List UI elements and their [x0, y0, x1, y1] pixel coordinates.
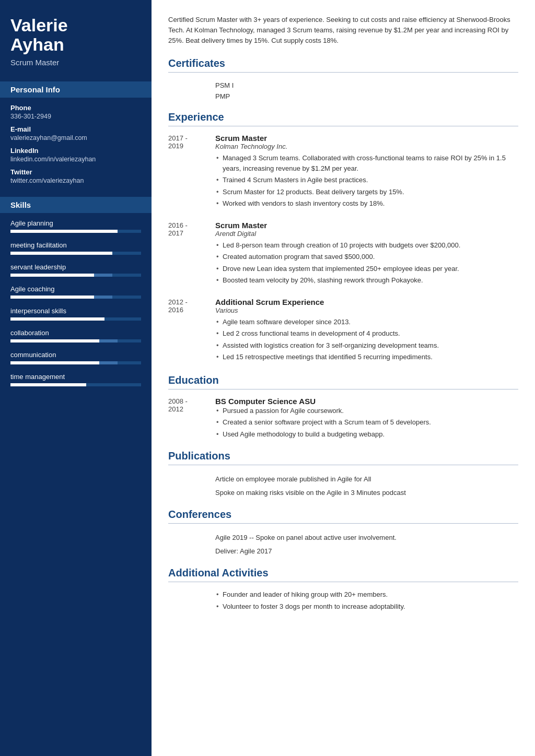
edu-bullet: Created a senior software project with a… [215, 417, 518, 428]
exp-bullet: Drove new Lean idea system that implemen… [215, 264, 518, 274]
skill-item: meeting facilitation [10, 241, 141, 255]
publications-section-title: Publications [168, 450, 518, 465]
exp-company: Various [215, 306, 518, 314]
exp-company: Arendt Digital [215, 230, 518, 238]
edu-date: 2008 - 2012 [168, 397, 215, 441]
twitter-value: twitter.com/valeriezayhan [10, 177, 141, 184]
main-content: Certified Scrum Master with 3+ years of … [152, 0, 535, 756]
exp-bullet: Worked with vendors to slash inventory c… [215, 198, 518, 209]
email-value: valeriezayhan@gmail.com [10, 134, 141, 141]
skill-name: interpersonal skills [10, 307, 141, 315]
exp-bullet: Trained 4 Scrum Masters in Agile best pr… [215, 175, 518, 185]
skill-item: Agile coaching [10, 285, 141, 299]
experience-entry: 2017 - 2019Scrum MasterKolman Technology… [168, 134, 518, 210]
skill-name: Agile planning [10, 219, 141, 227]
skill-item: interpersonal skills [10, 307, 141, 321]
edu-content: BS Computer Science ASUPursued a passion… [215, 397, 518, 441]
skill-item: communication [10, 351, 141, 364]
certificate-item: PMP [168, 91, 518, 102]
skill-name: servant leadership [10, 263, 141, 271]
candidate-name: ValerieAyhan [10, 16, 141, 55]
exp-bullet: Agile team software developer since 2013… [215, 317, 518, 327]
skill-bar [10, 361, 141, 364]
activities-list: Founder and leader of hiking group with … [215, 589, 518, 611]
exp-bullet: Boosted team velocity by 20%, slashing r… [215, 275, 518, 286]
exp-bullet: Assisted with logistics creation for 3 s… [215, 340, 518, 351]
edu-bullet: Used Agile methodology to build a budget… [215, 429, 518, 440]
skill-bar [10, 296, 141, 299]
exp-content: Scrum MasterArendt DigitalLed 8-person t… [215, 221, 518, 287]
skill-bar-fill [10, 339, 99, 342]
exp-title: Additional Scrum Experience [215, 298, 518, 306]
linkedin-value: linkedin.com/in/valeriezayhan [10, 156, 141, 163]
skill-bar [10, 274, 141, 277]
skills-header: Skills [0, 197, 152, 213]
skill-bar-fill [10, 296, 94, 299]
skill-bar [10, 383, 141, 386]
exp-company: Kolman Technology Inc. [215, 143, 518, 150]
candidate-title: Scrum Master [10, 58, 141, 67]
linkedin-label: LinkedIn [10, 147, 141, 155]
conference-item: Deliver: Agile 2017 [168, 545, 518, 558]
exp-bullets: Agile team software developer since 2013… [215, 317, 518, 362]
publication-item: Spoke on making risks visible on the Agi… [168, 486, 518, 500]
certificates-section-title: Certificates [168, 57, 518, 73]
skill-item: collaboration [10, 329, 141, 342]
skill-bar-fill [10, 361, 99, 364]
skill-bar [10, 230, 141, 233]
email-label: E-mail [10, 125, 141, 133]
exp-bullets: Led 8-person team through creation of 10… [215, 240, 518, 286]
skill-bar-accent [94, 296, 112, 299]
skill-name: time management [10, 373, 141, 381]
edu-title: BS Computer Science ASU [215, 397, 518, 406]
skill-bar-fill [10, 252, 112, 255]
publications-list: Article on employee morale published in … [168, 473, 518, 499]
exp-bullets: Managed 3 Scrum teams. Collaborated with… [215, 153, 518, 209]
conference-item: Agile 2019 -- Spoke on panel about activ… [168, 531, 518, 545]
exp-content: Additional Scrum ExperienceVariousAgile … [215, 298, 518, 364]
personal-info-header: Personal Info [0, 81, 152, 98]
edu-bullets: Pursued a passion for Agile coursework.C… [215, 406, 518, 440]
activity-item: Volunteer to foster 3 dogs per month to … [215, 601, 518, 612]
twitter-label: Twitter [10, 168, 141, 176]
exp-date: 2016 - 2017 [168, 221, 215, 287]
skill-name: meeting facilitation [10, 241, 141, 249]
skill-item: servant leadership [10, 263, 141, 277]
sidebar: ValerieAyhan Scrum Master Personal Info … [0, 0, 152, 756]
skill-bar-accent [99, 339, 118, 342]
skill-item: time management [10, 373, 141, 386]
exp-title: Scrum Master [215, 221, 518, 230]
phone-label: Phone [10, 104, 141, 112]
activities-section-title: Additional Activities [168, 567, 518, 582]
education-section-title: Education [168, 374, 518, 389]
activity-item: Founder and leader of hiking group with … [215, 589, 518, 600]
exp-date: 2017 - 2019 [168, 134, 215, 210]
exp-bullet: Managed 3 Scrum teams. Collaborated with… [215, 153, 518, 173]
skill-bar-fill [10, 383, 86, 386]
exp-bullet: Led 2 cross functional teams in developm… [215, 328, 518, 339]
skill-bar-fill [10, 230, 118, 233]
conferences-list: Agile 2019 -- Spoke on panel about activ… [168, 531, 518, 558]
skill-name: Agile coaching [10, 285, 141, 293]
experience-list: 2017 - 2019Scrum MasterKolman Technology… [168, 134, 518, 364]
skill-bar [10, 339, 141, 342]
skills-section: Skills Agile planningmeeting facilitatio… [10, 197, 141, 386]
education-entry: 2008 - 2012BS Computer Science ASUPursue… [168, 397, 518, 441]
exp-bullet: Created automation program that saved $5… [215, 252, 518, 262]
certificates-list: PSM IPMP [168, 80, 518, 102]
exp-bullet: Scrum Master for 12 products. Beat deliv… [215, 187, 518, 197]
certificate-item: PSM I [168, 80, 518, 91]
exp-bullet: Led 15 retrospective meetings that ident… [215, 352, 518, 362]
conferences-section-title: Conferences [168, 509, 518, 524]
skill-bar [10, 252, 141, 255]
skill-bar-accent [94, 274, 112, 277]
skill-name: collaboration [10, 329, 141, 337]
skill-bar-accent [99, 361, 118, 364]
skills-list: Agile planningmeeting facilitationservan… [10, 219, 141, 386]
exp-content: Scrum MasterKolman Technology Inc.Manage… [215, 134, 518, 210]
education-list: 2008 - 2012BS Computer Science ASUPursue… [168, 397, 518, 441]
experience-entry: 2012 - 2016Additional Scrum ExperienceVa… [168, 298, 518, 364]
edu-bullet: Pursued a passion for Agile coursework. [215, 406, 518, 416]
skill-bar [10, 317, 141, 321]
skill-bar-fill [10, 317, 104, 321]
